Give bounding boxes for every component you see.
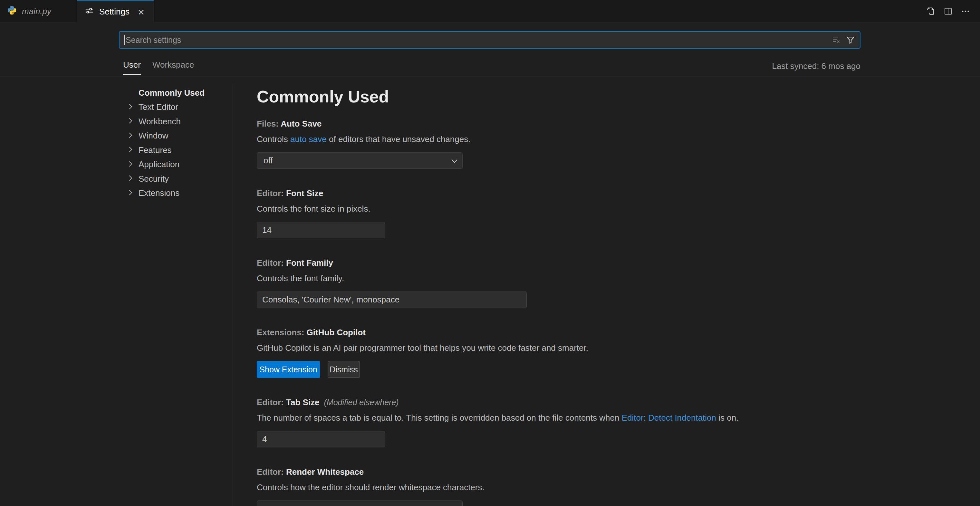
font-size-input[interactable] [257, 222, 385, 238]
chevron-right-icon [127, 190, 132, 195]
setting-description: GitHub Copilot is an AI pair programmer … [257, 343, 852, 353]
setting-row-editor-tab-size: Editor: Tab Size(Modified elsewhere) The… [257, 397, 852, 447]
description-text: of editors that have unsaved changes. [327, 134, 471, 144]
setting-category: Editor: [257, 188, 286, 198]
setting-row-extensions-github-copilot: Extensions: GitHub Copilot GitHub Copilo… [257, 327, 852, 378]
settings-search-box [119, 31, 861, 49]
setting-category: Editor: [257, 258, 286, 268]
editor-actions [926, 0, 970, 22]
detect-indentation-link[interactable]: Editor: Detect Indentation [622, 413, 716, 423]
toc-item-window[interactable]: Window [123, 129, 229, 143]
search-input[interactable] [125, 35, 832, 45]
toc-label: Workbench [138, 116, 181, 127]
setting-description: Controls the font size in pixels. [257, 204, 852, 214]
select-value: off [264, 156, 272, 165]
description-text: The number of spaces a tab is equal to. … [257, 413, 622, 423]
setting-label: Editor: Font Size [257, 188, 852, 199]
toc-item-workbench[interactable]: Workbench [123, 115, 229, 129]
toc-label: Features [138, 145, 172, 155]
description-text: GitHub Copilot is an AI pair programmer … [257, 343, 588, 353]
setting-name: Render Whitespace [286, 467, 364, 477]
last-synced-status: Last synced: 6 mos ago [772, 61, 861, 71]
page-title: Commonly Used [257, 87, 852, 106]
tab-size-input[interactable] [257, 431, 385, 447]
toc-label: Application [138, 159, 180, 169]
setting-name: Auto Save [281, 119, 321, 129]
settings-body: Commonly Used Files: Auto Save Controls … [257, 84, 852, 506]
tab-main-py[interactable]: main.py [0, 0, 77, 22]
setting-category: Files: [257, 119, 281, 129]
toc-resize-sash[interactable] [232, 84, 233, 506]
chevron-right-icon [127, 104, 132, 109]
setting-description: Controls the font family. [257, 273, 852, 283]
description-text: is on. [716, 413, 738, 423]
auto-save-link[interactable]: auto save [290, 134, 327, 144]
settings-sliders-icon [84, 6, 94, 18]
setting-name: Tab Size [286, 398, 320, 407]
description-text: Controls [257, 134, 290, 144]
description-text: Controls how the editor should render wh… [257, 482, 485, 492]
copilot-actions: Show Extension Dismiss [257, 361, 852, 378]
filter-icon[interactable] [846, 35, 855, 45]
setting-description: Controls how the editor should render wh… [257, 482, 852, 492]
chevron-down-icon [451, 157, 457, 163]
clear-search-icon[interactable] [832, 35, 841, 45]
chevron-right-icon [127, 118, 132, 124]
setting-description: Controls auto save of editors that have … [257, 134, 852, 144]
tab-workspace[interactable]: Workspace [153, 60, 194, 75]
toc-label: Security [138, 174, 169, 184]
toc-item-text-editor[interactable]: Text Editor [123, 100, 229, 115]
toc-item-extensions[interactable]: Extensions [123, 186, 229, 200]
setting-label: Editor: Font Family [257, 258, 852, 268]
setting-name: GitHub Copilot [307, 328, 366, 337]
split-editor-icon[interactable] [943, 6, 953, 16]
setting-label: Files: Auto Save [257, 119, 852, 129]
vscode-settings-window: main.py Settings × [0, 0, 980, 506]
tab-user[interactable]: User [123, 60, 141, 75]
setting-category: Extensions: [257, 328, 307, 337]
tab-label: Settings [99, 7, 129, 17]
description-text: Controls the font family. [257, 274, 344, 283]
open-settings-json-icon[interactable] [926, 6, 935, 16]
toc-item-commonly-used[interactable]: Commonly Used [123, 86, 229, 100]
setting-row-editor-font-size: Editor: Font Size Controls the font size… [257, 188, 852, 238]
close-icon[interactable]: × [138, 6, 144, 18]
setting-name: Font Family [286, 258, 333, 268]
setting-row-editor-render-whitespace: Editor: Render Whitespace Controls how t… [257, 467, 852, 506]
toc-item-security[interactable]: Security [123, 172, 229, 186]
chevron-right-icon [127, 147, 132, 152]
python-icon [7, 5, 17, 18]
setting-label: Editor: Render Whitespace [257, 467, 852, 477]
dismiss-button[interactable]: Dismiss [328, 361, 360, 378]
search-actions [832, 35, 855, 45]
auto-save-select[interactable]: off [257, 152, 463, 169]
setting-category: Editor: [257, 398, 286, 407]
settings-toc: Commonly Used Text Editor Workbench Wind… [123, 86, 229, 200]
render-whitespace-select[interactable] [257, 501, 463, 506]
show-extension-button[interactable]: Show Extension [257, 361, 320, 378]
setting-row-files-auto-save: Files: Auto Save Controls auto save of e… [257, 119, 852, 169]
setting-name: Font Size [286, 188, 323, 198]
modified-elsewhere-note: (Modified elsewhere) [324, 398, 399, 407]
toc-label: Commonly Used [138, 88, 205, 98]
setting-label: Editor: Tab Size(Modified elsewhere) [257, 397, 852, 407]
chevron-right-icon [127, 161, 132, 167]
toc-label: Window [138, 131, 168, 141]
setting-row-editor-font-family: Editor: Font Family Controls the font fa… [257, 258, 852, 308]
tab-label: main.py [22, 6, 51, 16]
description-text: Controls the font size in pixels. [257, 204, 371, 213]
toc-label: Extensions [138, 188, 180, 198]
tab-settings[interactable]: Settings × [77, 0, 154, 23]
more-actions-icon[interactable] [961, 6, 970, 16]
setting-label: Extensions: GitHub Copilot [257, 327, 852, 337]
header-divider [0, 76, 980, 76]
settings-scope-tabs: User Workspace [123, 60, 194, 75]
toc-item-application[interactable]: Application [123, 158, 229, 172]
editor-tab-bar: main.py Settings × [0, 0, 980, 23]
chevron-right-icon [127, 175, 132, 181]
toc-label: Text Editor [138, 102, 178, 112]
setting-description: The number of spaces a tab is equal to. … [257, 412, 852, 423]
toc-item-features[interactable]: Features [123, 143, 229, 158]
setting-category: Editor: [257, 467, 286, 477]
font-family-input[interactable] [257, 291, 527, 308]
